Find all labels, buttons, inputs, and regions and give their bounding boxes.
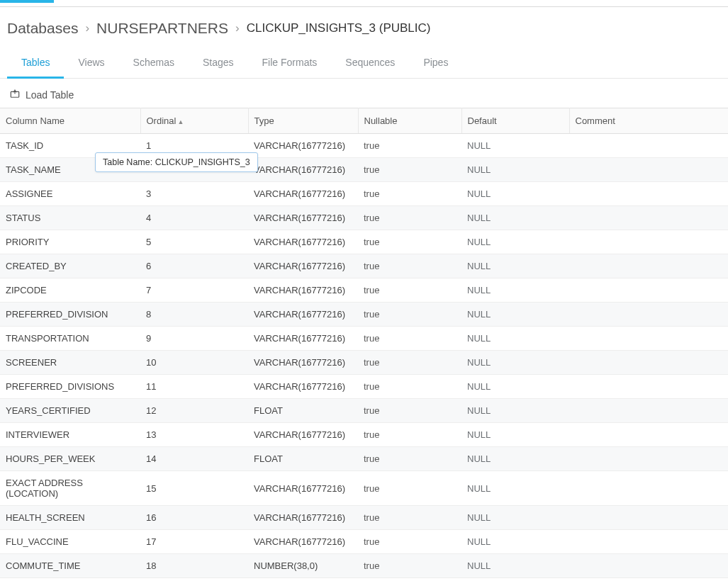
cell: true <box>358 303 461 327</box>
cell <box>569 554 728 578</box>
table-row[interactable]: PREFERRED_DIVISION8VARCHAR(16777216)true… <box>0 303 728 327</box>
toolbar: Load Table <box>0 79 728 108</box>
cell: VARCHAR(16777216) <box>248 303 358 327</box>
cell: true <box>358 447 461 471</box>
column-header-comment[interactable]: Comment <box>569 108 728 134</box>
tab-stages[interactable]: Stages <box>189 50 248 79</box>
cell: 13 <box>140 423 248 447</box>
column-header-column-name[interactable]: Column Name <box>0 108 140 134</box>
cell: VARCHAR(16777216) <box>248 530 358 554</box>
subtabs: TablesViewsSchemasStagesFile FormatsSequ… <box>0 50 728 79</box>
cell: 9 <box>140 327 248 351</box>
cell: true <box>358 471 461 506</box>
column-header-default[interactable]: Default <box>461 108 569 134</box>
table-body: TASK_ID1VARCHAR(16777216)trueNULLTASK_NA… <box>0 134 728 582</box>
table-row[interactable]: COMMUTE_TIME18NUMBER(38,0)trueNULL <box>0 554 728 578</box>
cell: FLU_VACCINE <box>0 530 140 554</box>
cell: true <box>358 327 461 351</box>
cell: ZIPCODE <box>0 278 140 303</box>
cell <box>569 375 728 399</box>
cell: ASSIGNEE <box>0 182 140 206</box>
cell: NULL <box>461 530 569 554</box>
tab-views[interactable]: Views <box>64 50 118 79</box>
active-nav-indicator <box>0 0 54 3</box>
cell <box>569 206 728 230</box>
tab-sequences[interactable]: Sequences <box>331 50 409 79</box>
cell: 3 <box>140 182 248 206</box>
top-nav <box>0 0 728 7</box>
cell: NULL <box>461 375 569 399</box>
cell <box>569 447 728 471</box>
cell: true <box>358 399 461 423</box>
cell: NULL <box>461 327 569 351</box>
cell: NULL <box>461 578 569 582</box>
cell: 17 <box>140 530 248 554</box>
table-row[interactable]: PREFERRED_DIVISIONS11VARCHAR(16777216)tr… <box>0 375 728 399</box>
cell <box>569 230 728 254</box>
load-table-button[interactable]: Load Table <box>26 89 74 101</box>
cell: FLOAT <box>248 399 358 423</box>
breadcrumb-level1[interactable]: NURSEPARTNERS <box>96 20 228 37</box>
cell: VARCHAR(16777216) <box>248 278 358 303</box>
cell: VARCHAR(16777216) <box>248 423 358 447</box>
table-row[interactable]: EXACT ADDRESS (LOCATION)15VARCHAR(167772… <box>0 471 728 506</box>
table-row[interactable]: SCREENER10VARCHAR(16777216)trueNULL <box>0 351 728 375</box>
cell: VARCHAR(16777216) <box>248 327 358 351</box>
table-row[interactable]: ZIPCODE7VARCHAR(16777216)trueNULL <box>0 278 728 303</box>
column-header-nullable[interactable]: Nullable <box>358 108 461 134</box>
cell: 8 <box>140 303 248 327</box>
cell: 4 <box>140 206 248 230</box>
column-header-type[interactable]: Type <box>248 108 358 134</box>
cell <box>569 278 728 303</box>
cell: 7 <box>140 278 248 303</box>
table-row[interactable]: INTERVIEWER13VARCHAR(16777216)trueNULL <box>0 423 728 447</box>
cell <box>569 327 728 351</box>
cell: SCREENER <box>0 351 140 375</box>
cell: NULL <box>461 206 569 230</box>
cell: PREFERRED_DIVISION <box>0 303 140 327</box>
table-row[interactable]: TRANSPORTATION9VARCHAR(16777216)trueNULL <box>0 327 728 351</box>
cell: 18 <box>140 554 248 578</box>
table-row[interactable]: HEALTH_SCREEN16VARCHAR(16777216)trueNULL <box>0 506 728 530</box>
cell: 19 <box>140 578 248 582</box>
cell: true <box>358 578 461 582</box>
cell: NULL <box>461 158 569 182</box>
table-row[interactable]: FLU_VACCINE17VARCHAR(16777216)trueNULL <box>0 530 728 554</box>
breadcrumb-root[interactable]: Databases <box>7 20 78 37</box>
cell: 15 <box>140 471 248 506</box>
table-row[interactable]: CREATED_BY6VARCHAR(16777216)trueNULL <box>0 254 728 278</box>
tab-pipes[interactable]: Pipes <box>409 50 462 79</box>
table-name-tooltip: Table Name: CLICKUP_INSIGHTS_3 <box>95 152 258 172</box>
tab-schemas[interactable]: Schemas <box>119 50 189 79</box>
cell: HEALTH_SCREEN <box>0 506 140 530</box>
table-row[interactable]: PRIORITY5VARCHAR(16777216)trueNULL <box>0 230 728 254</box>
cell: true <box>358 278 461 303</box>
cell: VARCHAR(16777216) <box>248 375 358 399</box>
cell: 5 <box>140 230 248 254</box>
table-row[interactable]: HOURS_PER_WEEK14FLOATtrueNULL <box>0 447 728 471</box>
table-row[interactable]: ASSIGNEE3VARCHAR(16777216)trueNULL <box>0 182 728 206</box>
cell: 16 <box>140 506 248 530</box>
cell: COMMUTE_TIME <box>0 554 140 578</box>
table-row[interactable]: CLINICIAN_TYPE19VARCHAR(16777216)trueNUL… <box>0 578 728 582</box>
cell: VARCHAR(16777216) <box>248 158 358 182</box>
cell: NULL <box>461 471 569 506</box>
cell: VARCHAR(16777216) <box>248 506 358 530</box>
cell: NULL <box>461 182 569 206</box>
table-row[interactable]: YEARS_CERTIFIED12FLOATtrueNULL <box>0 399 728 423</box>
columns-table: Column NameOrdinal▲TypeNullableDefaultCo… <box>0 108 728 581</box>
cell: true <box>358 206 461 230</box>
cell: INTERVIEWER <box>0 423 140 447</box>
column-header-ordinal[interactable]: Ordinal▲ <box>140 108 248 134</box>
tab-tables[interactable]: Tables <box>7 50 64 79</box>
cell: true <box>358 254 461 278</box>
cell: YEARS_CERTIFIED <box>0 399 140 423</box>
chevron-right-icon: › <box>234 21 241 35</box>
cell: EXACT ADDRESS (LOCATION) <box>0 471 140 506</box>
cell <box>569 530 728 554</box>
tab-file-formats[interactable]: File Formats <box>248 50 332 79</box>
table-row[interactable]: STATUS4VARCHAR(16777216)trueNULL <box>0 206 728 230</box>
cell: true <box>358 506 461 530</box>
cell <box>569 471 728 506</box>
cell: 10 <box>140 351 248 375</box>
